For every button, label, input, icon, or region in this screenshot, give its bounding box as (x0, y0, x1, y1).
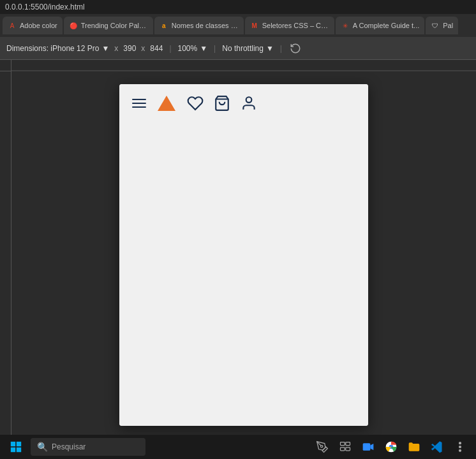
ruler-ticks-svg (11, 60, 476, 71)
windows-logo-svg (10, 441, 22, 453)
heart-icon[interactable] (187, 95, 204, 112)
height-text: 844 (150, 44, 163, 53)
dropdown-arrow-dimensions: ▼ (101, 44, 109, 53)
title-bar-url: 0.0.0.1:5500/index.html (5, 3, 85, 11)
files-folder-icon[interactable] (405, 437, 424, 456)
svg-point-19 (459, 450, 461, 452)
throttling-value: No throttling (222, 44, 264, 53)
vscode-svg (431, 441, 443, 453)
tab-label-complete: A Complete Guide t... (353, 22, 420, 29)
windows-start-button[interactable] (6, 437, 26, 456)
tab-bar: A Adobe color 🔴 Trending Color Palet... … (0, 14, 476, 37)
tab-adobe[interactable]: A Adobe color (3, 17, 63, 34)
user-account-icon[interactable] (241, 95, 257, 112)
tab-label-nomes: Nomes de classes n... (172, 22, 239, 29)
svg-rect-4 (11, 442, 15, 446)
throttling-arrow: ▼ (266, 44, 274, 53)
ruler-corner (0, 60, 11, 71)
search-placeholder: Pesquisar (52, 442, 86, 451)
app-header (119, 84, 368, 120)
dimensions-text: Dimensions: iPhone 12 Pro (6, 44, 99, 53)
taskbar: 🔍 Pesquisar (0, 435, 476, 459)
svg-rect-7 (17, 448, 21, 452)
rotate-button[interactable] (288, 41, 302, 55)
hamburger-menu-icon[interactable] (132, 99, 146, 108)
tab-favicon-pal: 🛡 (431, 21, 440, 30)
height-value: 844 (150, 44, 163, 53)
canvas-area (11, 71, 476, 435)
phone-frame (119, 84, 368, 426)
triangle-svg (156, 94, 177, 112)
task-view-svg (339, 441, 352, 453)
tab-seletores[interactable]: M Seletores CSS – CSS... (245, 17, 334, 34)
zoom-select[interactable]: 100% ▼ (178, 44, 208, 53)
tab-favicon-seletores: M (250, 21, 259, 30)
x-label: x (141, 44, 145, 53)
svg-point-17 (459, 442, 461, 444)
hamburger-line-2 (132, 103, 146, 104)
hamburger-line-3 (132, 106, 146, 108)
tab-favicon-trending: 🔴 (69, 21, 78, 30)
ruler-h-container (11, 60, 476, 71)
tab-label-pal: Pal (443, 22, 453, 29)
tab-favicon-adobe: A (8, 21, 17, 30)
stylus-icon[interactable] (313, 437, 332, 456)
zoom-arrow: ▼ (200, 44, 207, 53)
tab-favicon-nomes: a (160, 21, 168, 30)
taskbar-icons-group (313, 437, 470, 456)
svg-marker-1 (158, 96, 175, 111)
svg-rect-10 (346, 442, 350, 446)
toolbar-sep2: | (214, 44, 216, 53)
svg-marker-14 (370, 444, 373, 450)
throttling-select[interactable]: No throttling ▼ (222, 44, 274, 53)
zoom-value: 100% (178, 44, 198, 53)
toolbar-sep1: | (169, 44, 171, 53)
svg-rect-9 (341, 442, 345, 446)
vscode-icon[interactable] (428, 437, 447, 456)
more-svg (454, 441, 466, 453)
width-value: 390 (123, 44, 136, 53)
tab-label-trending: Trending Color Palet... (81, 22, 148, 29)
task-view-icon[interactable] (336, 437, 355, 456)
bag-svg (214, 95, 230, 112)
tab-label-adobe: Adobe color (20, 22, 57, 29)
svg-rect-11 (341, 448, 345, 451)
tab-complete[interactable]: ✳ A Complete Guide t... (336, 17, 425, 34)
svg-rect-13 (363, 443, 371, 451)
search-icon: 🔍 (37, 442, 48, 452)
zoom-icon[interactable] (359, 437, 378, 456)
svg-rect-12 (346, 448, 350, 451)
tab-label-seletores: Seletores CSS – CSS... (262, 22, 329, 29)
app-body (119, 120, 368, 426)
ruler-vertical (0, 71, 11, 435)
shopping-bag-icon[interactable] (214, 95, 230, 112)
chrome-icon[interactable] (382, 437, 401, 456)
devtools-toolbar: Dimensions: iPhone 12 Pro ▼ x 390 x 844 … (0, 37, 476, 60)
folder-svg (408, 441, 420, 453)
dimensions-separator: x (114, 44, 118, 53)
heart-svg (187, 95, 204, 112)
svg-point-3 (246, 97, 252, 103)
tab-pal[interactable]: 🛡 Pal (426, 17, 458, 34)
toolbar-sep3: | (280, 44, 282, 53)
stylus-svg (316, 441, 329, 453)
user-svg (241, 95, 257, 112)
taskbar-search-bar[interactable]: 🔍 Pesquisar (31, 438, 145, 456)
tab-favicon-complete: ✳ (341, 21, 350, 30)
logo-triangle-icon (156, 94, 177, 112)
more-apps-icon[interactable] (450, 437, 470, 456)
width-text: 390 (123, 44, 136, 53)
svg-rect-5 (17, 442, 21, 446)
title-bar: 0.0.0.1:5500/index.html (0, 0, 476, 14)
svg-rect-6 (11, 448, 15, 452)
svg-point-18 (459, 446, 461, 448)
tab-nomes[interactable]: a Nomes de classes n... (154, 17, 244, 34)
dimensions-label: Dimensions: iPhone 12 Pro ▼ (6, 44, 109, 53)
svg-point-8 (321, 446, 323, 448)
hamburger-line-1 (132, 99, 146, 100)
zoom-svg (362, 441, 375, 453)
main-area (0, 71, 476, 435)
chrome-svg (385, 441, 398, 453)
tab-trending[interactable]: 🔴 Trending Color Palet... (64, 17, 153, 34)
ruler-horizontal (0, 60, 476, 71)
